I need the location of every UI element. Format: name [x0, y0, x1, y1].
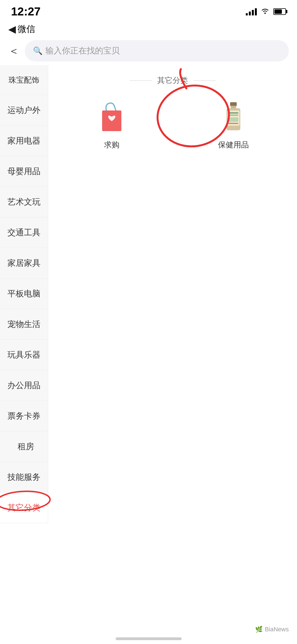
- sidebar-item-other[interactable]: 其它分类: [0, 493, 48, 523]
- signal-icon: [246, 8, 257, 15]
- section-line-left: [130, 80, 152, 81]
- sidebar-item-tickets[interactable]: 票务卡券: [0, 401, 48, 431]
- sidebar-item-tablet[interactable]: 平板电脑: [0, 278, 48, 309]
- sidebar-item-jewelry[interactable]: 珠宝配饰: [0, 65, 48, 95]
- section-title: 其它分类: [157, 75, 188, 86]
- sidebar-item-sports[interactable]: 运动户外: [0, 95, 48, 126]
- sidebar-item-appliance[interactable]: 家用电器: [0, 126, 48, 156]
- sidebar-item-toys[interactable]: 玩具乐器: [0, 340, 48, 370]
- sidebar-item-transport[interactable]: 交通工具: [0, 217, 48, 248]
- category-grid: 求购: [48, 94, 297, 158]
- category-item-health[interactable]: 保健用品: [173, 94, 294, 158]
- status-icons: [246, 7, 286, 17]
- watermark: 🌿 BiaNews: [255, 626, 289, 633]
- category-item-wanted[interactable]: 求购: [51, 94, 173, 158]
- svg-point-0: [265, 12, 266, 14]
- section-line-right: [194, 80, 216, 81]
- category-img-wanted: [94, 99, 130, 135]
- back-button[interactable]: ＜: [8, 43, 19, 58]
- search-icon: 🔍: [33, 46, 43, 55]
- watermark-icon: 🌿: [255, 626, 263, 633]
- category-label-wanted: 求购: [104, 140, 119, 150]
- shopping-bag-icon: [97, 101, 127, 134]
- watermark-text: BiaNews: [265, 626, 289, 633]
- main-layout: 珠宝配饰 运动户外 家用电器 母婴用品 艺术文玩 交通工具 家居家具 平板电脑 …: [0, 65, 297, 523]
- search-bar[interactable]: 🔍 输入你正在找的宝贝: [25, 40, 289, 61]
- sidebar-item-rental[interactable]: 租房: [0, 431, 48, 462]
- wechat-nav: ◀ 微信: [0, 21, 297, 37]
- sidebar: 珠宝配饰 运动户外 家用电器 母婴用品 艺术文玩 交通工具 家居家具 平板电脑 …: [0, 65, 48, 523]
- sidebar-item-pet[interactable]: 宠物生活: [0, 309, 48, 340]
- sidebar-item-furniture[interactable]: 家居家具: [0, 248, 48, 278]
- search-placeholder: 输入你正在找的宝贝: [45, 45, 120, 56]
- wifi-icon: [261, 7, 269, 17]
- content-area: 其它分类 求购: [48, 65, 297, 523]
- back-arrow-icon: ◀: [8, 23, 16, 35]
- sidebar-item-art[interactable]: 艺术文玩: [0, 187, 48, 217]
- svg-rect-10: [228, 117, 238, 122]
- sidebar-item-office[interactable]: 办公用品: [0, 370, 48, 401]
- sidebar-item-skills[interactable]: 技能服务: [0, 462, 48, 493]
- wechat-label: 微信: [18, 23, 35, 35]
- section-header: 其它分类: [48, 71, 297, 94]
- svg-rect-8: [228, 112, 238, 113]
- battery-icon: [273, 8, 286, 15]
- status-time: 12:27: [11, 5, 40, 18]
- svg-rect-9: [228, 115, 238, 116]
- svg-rect-4: [230, 102, 237, 106]
- status-bar: 12:27: [0, 0, 297, 21]
- sidebar-item-baby[interactable]: 母婴用品: [0, 156, 48, 187]
- category-label-health: 保健用品: [218, 140, 249, 150]
- wechat-back-button[interactable]: ◀ 微信: [8, 23, 35, 35]
- svg-rect-5: [231, 106, 236, 109]
- category-img-health: [216, 99, 251, 135]
- svg-rect-11: [228, 123, 238, 124]
- search-bar-container: ＜ 🔍 输入你正在找的宝贝: [0, 37, 297, 65]
- health-bottle-icon: [222, 101, 244, 134]
- home-indicator: [116, 637, 182, 640]
